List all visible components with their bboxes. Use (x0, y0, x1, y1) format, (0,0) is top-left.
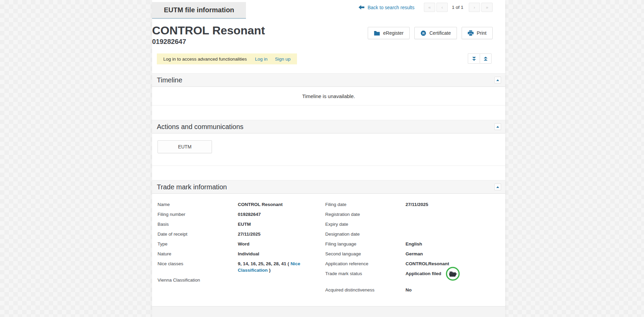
field-filing-number: Filing number 019282647 (158, 211, 325, 218)
registered-mark-icon: R (420, 30, 426, 36)
tab-label: EUTM file information (164, 6, 234, 14)
trademark-right-column: Filing date 27/11/2025 Registration date… (325, 201, 500, 306)
field-label: Registration date (325, 211, 406, 218)
print-button[interactable]: Print (462, 27, 493, 39)
field-nature: Nature Individual (158, 251, 325, 257)
actions-communications-section: Actions and communications EUTM (152, 120, 505, 166)
next-section-header-partial[interactable] (152, 306, 505, 317)
field-label: Second language (325, 251, 406, 257)
section-spacer (152, 106, 505, 120)
trademark-information-section: Trade mark information Name CONTROL Reso… (152, 180, 505, 306)
pagination-prev-button[interactable]: ‹ (436, 3, 448, 12)
field-type: Type Word (158, 241, 325, 247)
field-value: No (406, 287, 412, 293)
field-value: 27/11/2025 (406, 201, 428, 208)
nice-classes-numbers: 9, 14, 16, 25, 26, 28, 41 ( (238, 261, 289, 266)
chevron-up-icon (496, 126, 499, 128)
field-registration-date: Registration date (325, 211, 500, 218)
field-value: German (406, 251, 423, 257)
field-name: Name CONTROL Resonant (158, 201, 325, 208)
trademark-collapse-button[interactable] (494, 184, 501, 190)
field-trademark-status: Trade mark status Application filed (325, 270, 500, 277)
field-label: Filing number (158, 211, 238, 218)
field-expiry-date: Expiry date (325, 221, 500, 227)
field-label: Trade mark status (325, 270, 406, 277)
eutm-file-page: EUTM file information Back to search res… (152, 0, 505, 317)
field-value: Word (238, 241, 249, 247)
timeline-section: Timeline Timeline is unavailable. (152, 73, 505, 106)
expand-collapse-controls (468, 53, 492, 64)
field-acquired-distinctiveness: Acquired distinctiveness No (325, 287, 500, 293)
pagination-next-button[interactable]: › (469, 3, 480, 12)
field-designation-date: Designation date (325, 231, 500, 237)
double-chevron-down-icon (472, 57, 476, 61)
collapse-all-button[interactable] (480, 53, 492, 64)
field-vienna-classification: Vienna Classification (158, 277, 325, 283)
timeline-section-header[interactable]: Timeline (152, 73, 505, 87)
chevron-up-icon (496, 186, 499, 188)
field-label: Nature (158, 251, 238, 257)
field-label: Filing language (325, 241, 406, 247)
field-application-reference: Application reference CONTROLResonant (325, 260, 500, 267)
folder-icon (374, 31, 380, 36)
timeline-empty-message: Timeline is unavailable. (302, 93, 355, 99)
back-link-label: Back to search results (367, 5, 414, 10)
field-label: Type (158, 241, 238, 247)
section-spacer (152, 166, 505, 180)
tab-eutm-file-information[interactable]: EUTM file information (152, 2, 246, 19)
eregister-button[interactable]: eRegister (368, 27, 410, 39)
login-banner: Log in to access advanced functionalitie… (157, 53, 297, 64)
trademark-section-title: Trade mark information (157, 183, 227, 191)
actions-section-title: Actions and communications (157, 123, 244, 131)
field-value: English (406, 241, 422, 247)
field-label: Basis (158, 221, 238, 227)
print-label: Print (477, 30, 486, 36)
trademark-status-value: Application filed (406, 270, 460, 277)
certificate-button[interactable]: R Certificate (414, 27, 457, 39)
chevron-up-icon (496, 79, 499, 81)
actions-section-header[interactable]: Actions and communications (152, 120, 505, 133)
field-value: CONTROL Resonant (238, 201, 283, 208)
field-filing-date: Filing date 27/11/2025 (325, 201, 500, 208)
field-date-of-receipt: Date of receipt 27/11/2025 (158, 231, 325, 237)
field-label: Name (158, 201, 238, 208)
certificate-label: Certificate (429, 30, 451, 36)
field-label: Filing date (325, 201, 406, 208)
nice-classes-suffix: ) (269, 268, 271, 273)
trademark-name-title: CONTROL Resonant (152, 24, 265, 37)
back-to-search-results-link[interactable]: Back to search results (359, 5, 414, 10)
field-nice-classes: Nice classes 9, 14, 16, 25, 26, 28, 41 (… (158, 260, 325, 273)
eutm-tab-button[interactable]: EUTM (158, 140, 212, 153)
field-value: 019282647 (238, 211, 261, 218)
back-arrow-icon (359, 5, 364, 10)
printer-icon (468, 30, 474, 36)
title-block: CONTROL Resonant 019282647 (152, 24, 265, 46)
trademark-left-column: Name CONTROL Resonant Filing number 0192… (158, 201, 325, 306)
field-label: Application reference (325, 260, 406, 267)
field-label: Date of receipt (158, 231, 238, 237)
field-label: Designation date (325, 231, 406, 237)
trademark-section-header[interactable]: Trade mark information (152, 180, 505, 194)
field-label: Vienna Classification (158, 277, 238, 283)
field-value: CONTROLResonant (406, 260, 449, 267)
top-navigation: Back to search results « ‹ 1 of 1 › » (359, 3, 493, 12)
pagination-last-button[interactable]: » (481, 3, 493, 12)
field-second-language: Second language German (325, 251, 500, 257)
timeline-section-title: Timeline (157, 76, 182, 84)
expand-all-button[interactable] (468, 53, 480, 64)
application-filed-status-icon (445, 266, 460, 281)
filing-number-subtitle: 019282647 (152, 38, 265, 46)
svg-text:R: R (422, 31, 425, 35)
login-banner-message: Log in to access advanced functionalitie… (163, 57, 247, 62)
pagination: « ‹ 1 of 1 › » (423, 3, 493, 12)
login-link[interactable]: Log in (255, 57, 267, 62)
timeline-collapse-button[interactable] (494, 77, 501, 83)
field-label: Acquired distinctiveness (325, 287, 406, 293)
action-buttons: eRegister R Certificate Print (368, 27, 493, 39)
field-label: Nice classes (158, 260, 238, 273)
field-value: 27/11/2025 (238, 231, 261, 237)
field-filing-language: Filing language English (325, 241, 500, 247)
actions-collapse-button[interactable] (494, 123, 501, 130)
signup-link[interactable]: Sign up (275, 57, 291, 62)
pagination-first-button[interactable]: « (424, 3, 435, 12)
